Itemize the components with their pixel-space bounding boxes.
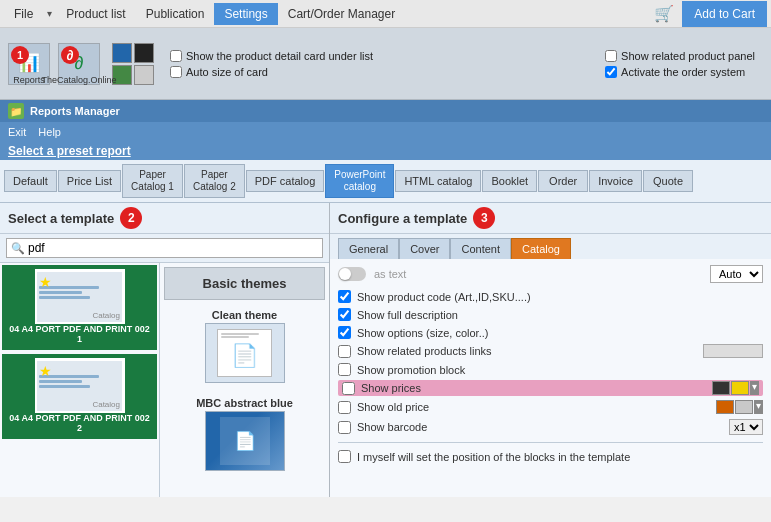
check-related-panel-input[interactable] bbox=[605, 50, 617, 62]
config-options: Show product code (Art.,ID,SKU....) Show… bbox=[338, 289, 763, 464]
menu-arrow[interactable]: ▾ bbox=[43, 4, 56, 23]
related-links-color-input[interactable] bbox=[703, 344, 763, 358]
old-price-color-pair: ▾ bbox=[716, 400, 763, 414]
config-tab-general[interactable]: General bbox=[338, 238, 399, 259]
barcode-select[interactable]: x1 bbox=[729, 419, 763, 435]
tab-html[interactable]: HTML catalog bbox=[395, 170, 481, 192]
catalog-online-icon-btn[interactable]: ∂ ∂ TheCatalog.Online bbox=[58, 43, 100, 85]
themes-panel: Basic themes Clean theme 📄 bbox=[160, 263, 329, 497]
search-input[interactable] bbox=[28, 241, 318, 255]
swatch-light[interactable] bbox=[134, 65, 154, 85]
toolbar-checkboxes-left: Show the product detail card under list … bbox=[170, 50, 373, 78]
color-pair-arrow[interactable]: ▾ bbox=[750, 381, 759, 395]
check-order-system: Activate the order system bbox=[605, 66, 755, 78]
option-related-links-check[interactable] bbox=[338, 345, 351, 358]
tab-invoice[interactable]: Invoice bbox=[589, 170, 642, 192]
tab-pricelist[interactable]: Price List bbox=[58, 170, 121, 192]
option-full-desc-label: Show full description bbox=[357, 309, 763, 321]
separator1 bbox=[338, 442, 763, 443]
old-price-pair-arrow[interactable]: ▾ bbox=[754, 400, 763, 414]
thumb-inner-2: ★ Catalog bbox=[37, 361, 122, 411]
preset-tabs: Default Price List Paper Catalog 1 Paper… bbox=[0, 160, 771, 203]
as-text-label: as text bbox=[374, 268, 406, 280]
menu-productlist[interactable]: Product list bbox=[56, 3, 135, 25]
catalog-label: TheCatalog.Online bbox=[41, 75, 116, 85]
option-self-position-check[interactable] bbox=[338, 450, 351, 463]
menu-cartorder[interactable]: Cart/Order Manager bbox=[278, 3, 405, 25]
toggle-knob bbox=[339, 268, 351, 280]
check-detail-card-label: Show the product detail card under list bbox=[186, 50, 373, 62]
reports-badge: 1 bbox=[11, 46, 29, 64]
tab-pdf[interactable]: PDF catalog bbox=[246, 170, 325, 192]
color-box-dark1[interactable] bbox=[712, 381, 730, 395]
add-to-cart-button[interactable]: Add to Cart bbox=[682, 1, 767, 27]
tab-order[interactable]: Order bbox=[538, 170, 588, 192]
config-tab-catalog[interactable]: Catalog bbox=[511, 238, 571, 259]
option-barcode-check[interactable] bbox=[338, 421, 351, 434]
check-order-system-input[interactable] bbox=[605, 66, 617, 78]
menu-settings[interactable]: Settings bbox=[214, 3, 277, 25]
cart-icon: 🛒 bbox=[654, 4, 674, 23]
option-show-options-check[interactable] bbox=[338, 326, 351, 339]
config-tab-cover[interactable]: Cover bbox=[399, 238, 450, 259]
theme-clean[interactable]: Clean theme 📄 bbox=[164, 304, 325, 388]
thumb-star-2: ★ bbox=[39, 363, 52, 379]
color-box-orange[interactable] bbox=[716, 400, 734, 414]
auto-select-dropdown[interactable]: Auto bbox=[710, 265, 763, 283]
reports-manager-title: Reports Manager bbox=[30, 105, 120, 117]
swatch-dark[interactable] bbox=[134, 43, 154, 63]
option-product-code-check[interactable] bbox=[338, 290, 351, 303]
color-box-light[interactable] bbox=[735, 400, 753, 414]
select-preset-row: Select a preset report bbox=[0, 142, 771, 160]
top-menubar: File ▾ Product list Publication Settings… bbox=[0, 0, 771, 28]
template-thumb-2[interactable]: ★ Catalog 04 A4 PORT PDF AND PRINT 002 2 bbox=[2, 354, 157, 439]
template-thumb-1[interactable]: ★ Catalog 04 A4 PORT PDF AND PRINT 002 1 bbox=[2, 265, 157, 350]
menu-file[interactable]: File bbox=[4, 3, 43, 25]
check-related-panel: Show related product panel bbox=[605, 50, 755, 62]
option-promo-block-check[interactable] bbox=[338, 363, 351, 376]
check-order-system-label: Activate the order system bbox=[621, 66, 745, 78]
option-old-price-check[interactable] bbox=[338, 401, 351, 414]
template-list-area: ★ Catalog 04 A4 PORT PDF AND PRINT 002 1 bbox=[0, 263, 329, 497]
option-show-options-label: Show options (size, color..) bbox=[357, 327, 763, 339]
left-panel-title: Select a template bbox=[8, 211, 114, 226]
reports-menu-bar: Exit Help bbox=[0, 122, 771, 142]
reports-label: Reports bbox=[13, 75, 45, 85]
tab-ppt[interactable]: PowerPoint catalog bbox=[325, 164, 394, 198]
config-tab-content[interactable]: Content bbox=[450, 238, 511, 259]
main-content: Select a template 2 🔍 ★ bbox=[0, 203, 771, 497]
thumb-star-1: ★ bbox=[39, 274, 52, 290]
option-show-options: Show options (size, color..) bbox=[338, 325, 763, 340]
option-full-desc: Show full description bbox=[338, 307, 763, 322]
catalog-badge: ∂ bbox=[61, 46, 79, 64]
theme-clean-page-icon: 📄 bbox=[231, 343, 258, 369]
toggle-as-text[interactable] bbox=[338, 267, 366, 281]
swatch-blue[interactable] bbox=[112, 43, 132, 63]
thumb-name-2: 04 A4 PORT PDF AND PRINT 002 2 bbox=[6, 413, 153, 433]
tab-quote[interactable]: Quote bbox=[643, 170, 693, 192]
select-preset-link[interactable]: Select a preset report bbox=[8, 144, 131, 158]
check-detail-card-input[interactable] bbox=[170, 50, 182, 62]
toggle-circle[interactable] bbox=[338, 267, 366, 281]
thumb-inner-1: ★ Catalog bbox=[37, 272, 122, 322]
color-box-yellow[interactable] bbox=[731, 381, 749, 395]
tab-default[interactable]: Default bbox=[4, 170, 57, 192]
check-auto-size-input[interactable] bbox=[170, 66, 182, 78]
option-product-code-label: Show product code (Art.,ID,SKU....) bbox=[357, 291, 763, 303]
menu-exit[interactable]: Exit bbox=[8, 126, 26, 138]
check-auto-size-label: Auto size of card bbox=[186, 66, 268, 78]
tab-paper2[interactable]: Paper Catalog 2 bbox=[184, 164, 245, 198]
tab-booklet[interactable]: Booklet bbox=[482, 170, 537, 192]
reports-manager-bar: 📁 Reports Manager bbox=[0, 100, 771, 122]
theme-clean-preview: 📄 bbox=[205, 323, 285, 383]
theme-mbc-label: MBC abstract blue bbox=[196, 397, 293, 409]
option-full-desc-check[interactable] bbox=[338, 308, 351, 321]
menu-help[interactable]: Help bbox=[38, 126, 61, 138]
tab-paper1[interactable]: Paper Catalog 1 bbox=[122, 164, 183, 198]
right-panel: Configure a template 3 General Cover Con… bbox=[330, 203, 771, 497]
option-show-prices-check[interactable] bbox=[342, 382, 355, 395]
menu-publication[interactable]: Publication bbox=[136, 3, 215, 25]
option-barcode: Show barcode x1 bbox=[338, 418, 763, 436]
theme-mbc[interactable]: MBC abstract blue 📄 bbox=[164, 392, 325, 476]
check-detail-card: Show the product detail card under list bbox=[170, 50, 373, 62]
